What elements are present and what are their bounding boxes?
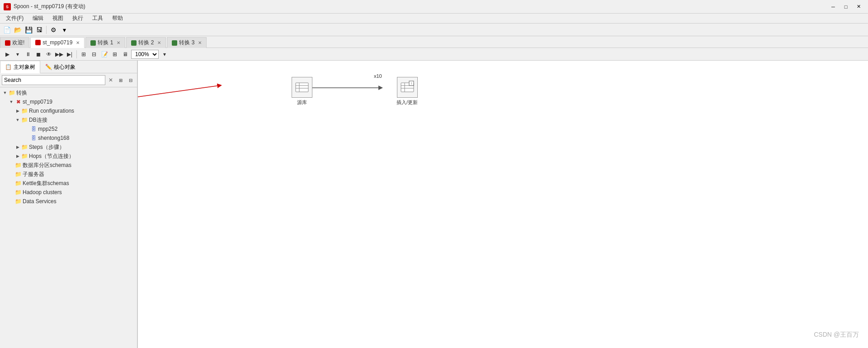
panel-tab-objects-icon: 📋 — [5, 64, 12, 70]
tree-item-steps[interactable]: ▶ 📁 Steps（步骤） — [0, 143, 137, 152]
tree-item-transforms[interactable]: ▼ 📁 转换 — [0, 88, 137, 97]
tree-toggle-mpp252 — [24, 126, 30, 132]
menu-view[interactable]: 视图 — [48, 13, 67, 24]
toolbar-explore[interactable]: ⚙ — [48, 25, 58, 35]
tree-item-run-configs[interactable]: ▶ 📁 Run configurations — [0, 106, 137, 115]
tab-welcome-icon — [5, 40, 10, 46]
tab-t3-label: 转换 3 — [179, 39, 194, 47]
snap-btn[interactable]: ⊟ — [90, 50, 99, 59]
search-clear-button[interactable]: ✕ — [106, 76, 115, 85]
align-btn[interactable]: ⊞ — [79, 50, 88, 59]
tree-label-sub: 子服务器 — [23, 171, 44, 178]
tree-item-st-mpp0719[interactable]: ▼ ✖ st_mpp0719 — [0, 97, 137, 106]
tab-t3-close[interactable]: ✕ — [198, 40, 202, 45]
panel-tab-objects[interactable]: 📋 主对象树 — [0, 61, 40, 73]
run-dropdown-btn[interactable]: ▾ — [13, 50, 22, 59]
toolbar-new[interactable]: 📄 — [2, 25, 12, 35]
toolbar-save[interactable]: 💾 — [24, 25, 33, 35]
app-icon: S — [4, 3, 11, 10]
toolbar-open[interactable]: 📂 — [13, 25, 23, 35]
search-collapse-button[interactable]: ⊟ — [126, 76, 135, 85]
tree-toggle-hops[interactable]: ▶ — [14, 153, 21, 159]
tree-item-mpp252[interactable]: 🗄 mpp252 — [0, 124, 137, 133]
tree-item-data-services[interactable]: 📁 Data Services — [0, 197, 137, 206]
tab-mpp-label: st_mpp0719 — [42, 39, 72, 46]
tree-label-mpp: st_mpp0719 — [23, 99, 52, 105]
tab-t1-label: 转换 1 — [98, 39, 113, 47]
insert-node[interactable]: ↑ 插入/更新 — [396, 77, 418, 106]
preview-btn[interactable]: 👁 — [44, 50, 53, 59]
tab-transform1[interactable]: 转换 1 ✕ — [85, 37, 125, 48]
menu-execute[interactable]: 执行 — [68, 13, 87, 24]
step-btn[interactable]: ▶| — [65, 50, 74, 59]
canvas-area[interactable]: x10 源库 — [138, 61, 868, 348]
toolbar-saveas[interactable]: 🖫 — [34, 25, 44, 35]
pause-btn[interactable]: ⏸ — [24, 50, 33, 59]
canvas-sep1 — [76, 50, 77, 58]
menu-tools[interactable]: 工具 — [88, 13, 107, 24]
menu-file[interactable]: 文件(F) — [2, 13, 28, 24]
tree-label-kettle: Kettle集群schemas — [23, 180, 69, 187]
tab-t2-close[interactable]: ✕ — [157, 40, 161, 45]
tree-icon-dbschemas: 📁 — [15, 162, 21, 168]
screen-btn[interactable]: 🖥 — [121, 50, 130, 59]
menu-help[interactable]: 帮助 — [108, 13, 127, 24]
tree-toggle-steps[interactable]: ▶ — [14, 144, 21, 150]
zoom-select[interactable]: 100% 50% 75% 125% 150% 200% — [131, 50, 159, 59]
tab-st-mpp0719[interactable]: st_mpp0719 ✕ — [30, 37, 85, 48]
tab-welcome[interactable]: 欢迎! — [0, 37, 29, 48]
tree-toggle-db[interactable]: ▼ — [14, 117, 21, 123]
source-node[interactable]: 源库 — [292, 77, 312, 106]
run-btn[interactable]: ▶ — [3, 50, 12, 59]
tab-bar: 欢迎! st_mpp0719 ✕ 转换 1 ✕ 转换 2 ✕ 转换 3 ✕ — [0, 36, 868, 48]
tab-t3-icon — [172, 40, 177, 46]
stop-btn[interactable]: ◼ — [34, 50, 43, 59]
tree-item-hadoop[interactable]: 📁 Hadoop clusters — [0, 188, 137, 197]
tree-icon-hadoop: 📁 — [15, 189, 21, 195]
tree-icon-shentong: 🗄 — [30, 135, 37, 141]
tree-toggle-run[interactable]: ▶ — [14, 108, 21, 114]
insert-node-box[interactable]: ↑ — [397, 77, 418, 98]
note-btn[interactable]: 📝 — [100, 50, 109, 59]
source-node-box[interactable] — [292, 77, 312, 98]
tree-icon-mpp252: 🗄 — [30, 126, 37, 132]
search-options-button[interactable]: ⊞ — [116, 76, 125, 85]
tree-icon-transforms: 📁 — [9, 90, 15, 96]
svg-line-0 — [138, 86, 219, 97]
tree-item-hops[interactable]: ▶ 📁 Hops（节点连接） — [0, 152, 137, 161]
toolbar-dropdown[interactable]: ▾ — [59, 25, 69, 35]
panel-tabs: 📋 主对象树 ✏️ 核心对象 — [0, 61, 137, 73]
tree-label-transforms: 转换 — [16, 89, 27, 97]
debug-btn[interactable]: ▶▶ — [55, 50, 64, 59]
close-button[interactable]: ✕ — [853, 2, 864, 11]
title-bar: S Spoon - st_mpp0719 (有变动) ─ □ ✕ — [0, 0, 868, 14]
left-panel: 📋 主对象树 ✏️ 核心对象 ✕ ⊞ ⊟ ▼ 📁 转换 ▼ — [0, 61, 138, 348]
tree-toggle-hadoop — [8, 189, 14, 195]
minimize-button[interactable]: ─ — [827, 2, 839, 11]
tab-transform2[interactable]: 转换 2 ✕ — [126, 37, 166, 48]
tree-item-db-schemas[interactable]: 📁 数据库分区schemas — [0, 161, 137, 170]
insert-icon: ↑ — [400, 80, 415, 95]
search-input[interactable] — [2, 75, 105, 85]
grid-btn[interactable]: ⊞ — [110, 50, 119, 59]
tree-toggle-transforms[interactable]: ▼ — [2, 90, 8, 96]
tab-transform3[interactable]: 转换 3 ✕ — [167, 37, 207, 48]
tree-label-dbschemas: 数据库分区schemas — [23, 162, 71, 169]
tree-label-ds: Data Services — [23, 198, 57, 205]
tree-item-subservers[interactable]: 📁 子服务器 — [0, 170, 137, 179]
tree-item-kettle-schemas[interactable]: 📁 Kettle集群schemas — [0, 179, 137, 188]
menu-edit[interactable]: 编辑 — [28, 13, 47, 24]
tree-toggle-mpp[interactable]: ▼ — [8, 99, 14, 105]
tab-mpp-close[interactable]: ✕ — [76, 40, 80, 45]
tree-icon-steps: 📁 — [21, 144, 28, 150]
panel-tab-core[interactable]: ✏️ 核心对象 — [40, 61, 80, 73]
menu-bar: 文件(F) 编辑 视图 执行 工具 帮助 — [0, 14, 868, 24]
tab-t1-close[interactable]: ✕ — [117, 40, 120, 45]
tree-label-shentong: shentong168 — [38, 135, 69, 141]
window-controls: ─ □ ✕ — [827, 2, 864, 11]
maximize-button[interactable]: □ — [840, 2, 852, 11]
hop-label-x10: x10 — [374, 73, 382, 79]
zoom-dropdown-btn[interactable]: ▾ — [160, 50, 169, 59]
tree-item-shentong168[interactable]: 🗄 shentong168 — [0, 133, 137, 143]
tree-item-db[interactable]: ▼ 📁 DB连接 — [0, 115, 137, 124]
